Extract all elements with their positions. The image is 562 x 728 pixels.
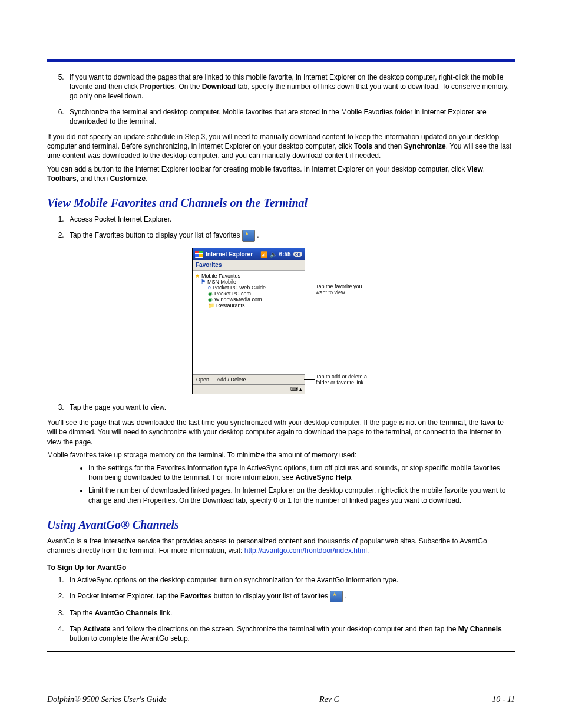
signup-step-1: In ActiveSync options on the desktop com… xyxy=(66,575,515,585)
text: Tap xyxy=(70,625,83,633)
titlebar: Internet Explorer 📶 🔈 6:55 ok xyxy=(193,248,305,260)
bold: Properties xyxy=(140,83,174,91)
text: Access Pocket Internet Explorer. xyxy=(70,215,171,223)
text: link. xyxy=(158,609,173,617)
bottom-toolbar: Open Add / Delete xyxy=(193,374,305,384)
keyboard-icon[interactable]: ⌨ xyxy=(290,386,298,392)
windows-flag-icon xyxy=(195,251,203,258)
bold: AvantGo Channels xyxy=(95,609,158,617)
sip-row: ⌨▴ xyxy=(193,384,305,394)
label: Pocket PC.com xyxy=(214,291,251,297)
tree-item[interactable]: 📁Restaurants xyxy=(195,302,303,308)
bold: ActiveSync Help xyxy=(296,473,351,482)
text: and then xyxy=(372,142,404,150)
text: Tap the page you want to view. xyxy=(70,403,166,411)
bold: Activate xyxy=(83,625,111,633)
text: . xyxy=(255,231,259,239)
ok-button[interactable]: ok xyxy=(293,252,302,257)
footer-left: Dolphin® 9500 Series User's Guide xyxy=(47,695,167,704)
avantgo-intro: AvantGo is a free interactive service th… xyxy=(47,536,515,555)
text: . On the xyxy=(175,83,202,91)
text: Limit the number of downloaded linked pa… xyxy=(88,486,505,504)
memory-bullets: In the settings for the Favorites inform… xyxy=(47,463,515,505)
signup-step-3: Tap the AvantGo Channels link. xyxy=(66,608,515,618)
bold: Toolbars xyxy=(47,174,77,183)
text: . xyxy=(146,174,147,183)
signup-heading: To Sign Up for AvantGo xyxy=(47,564,515,572)
bullet-1: In the settings for the Favorites inform… xyxy=(88,463,515,482)
bold: Synchronize xyxy=(404,142,445,150)
bold: Download xyxy=(202,83,236,91)
heading-view-mobile-favorites: View Mobile Favorites and Channels on th… xyxy=(47,196,515,210)
vmf-steps: Access Pocket Internet Explorer. Tap the… xyxy=(47,215,515,242)
paragraph-memory: Mobile favorites take up storage memory … xyxy=(47,450,515,460)
page-footer: Dolphin® 9500 Series User's Guide Rev C … xyxy=(47,695,515,704)
vmf-step-3: Tap the page you want to view. xyxy=(66,403,515,412)
pocket-ie-window: Internet Explorer 📶 🔈 6:55 ok Favorites … xyxy=(192,248,305,394)
bottom-rule xyxy=(47,651,515,652)
bullet-2: Limit the number of downloaded linked pa… xyxy=(88,486,515,505)
paragraph-toolbar: You can add a button to the Internet Exp… xyxy=(47,164,515,183)
footer-right: 10 - 11 xyxy=(492,695,515,704)
bold: Favorites xyxy=(180,592,211,600)
text: In the settings for the Favorites inform… xyxy=(88,464,500,482)
speaker-icon: 🔈 xyxy=(270,251,277,258)
msn-icon: ⚑ xyxy=(201,279,206,285)
favorites-icon xyxy=(330,591,343,602)
favorites-tree: ★Mobile Favorites ⚑MSN Mobile ePocket PC… xyxy=(193,270,305,374)
label: Restaurants xyxy=(216,302,245,308)
bold: Tools xyxy=(354,142,372,150)
step-5: If you want to download the pages that a… xyxy=(66,73,515,101)
footer-center: Rev C xyxy=(319,695,339,704)
signup-step-4: Tap Activate and follow the directions o… xyxy=(66,624,515,643)
text: Tap the Favorites button to display your… xyxy=(70,231,242,239)
vmf-step-1: Access Pocket Internet Explorer. xyxy=(66,215,515,224)
vmf-steps-cont: Tap the page you want to view. xyxy=(47,403,515,412)
open-tab[interactable]: Open xyxy=(193,375,213,384)
avantgo-link[interactable]: http://avantgo.com/frontdoor/index.html. xyxy=(244,546,369,555)
text: You can add a button to the Internet Exp… xyxy=(47,165,467,173)
tree-item[interactable]: ◉Pocket PC.com xyxy=(195,291,303,297)
text: In ActiveSync options on the desktop com… xyxy=(70,576,398,584)
ie-icon: e xyxy=(208,285,211,291)
callouts: Tap the favorite you want to view. Tap t… xyxy=(305,248,370,394)
continued-steps: If you want to download the pages that a… xyxy=(47,73,515,126)
text: , and then xyxy=(77,174,110,183)
favorites-header: Favorites xyxy=(193,260,305,270)
text: Tap the xyxy=(70,609,95,617)
heading-avantgo: Using AvantGo® Channels xyxy=(47,518,515,532)
step-6: Synchronize the terminal and desktop com… xyxy=(66,107,515,126)
bold: Customize xyxy=(110,174,146,183)
label: Mobile Favorites xyxy=(201,273,240,279)
tree-item[interactable]: ePocket PC Web Guide xyxy=(195,285,303,291)
label: MSN Mobile xyxy=(207,279,236,285)
clock: 6:55 xyxy=(279,251,291,258)
favorites-icon xyxy=(242,230,255,242)
device-screenshot: Internet Explorer 📶 🔈 6:55 ok Favorites … xyxy=(47,248,515,394)
add-delete-tab[interactable]: Add / Delete xyxy=(213,375,250,384)
vmf-step-2: Tap the Favorites button to display your… xyxy=(66,230,515,242)
signup-step-2: In Pocket Internet Explorer, tap the Fav… xyxy=(66,591,515,602)
bold: My Channels xyxy=(458,625,502,633)
text: , xyxy=(483,165,485,173)
tree-item[interactable]: ◉WindowsMedia.com xyxy=(195,297,303,302)
text: and follow the directions on the screen.… xyxy=(110,625,458,633)
arrow-up-icon[interactable]: ▴ xyxy=(299,386,302,392)
callout-add-delete: Tap to add or delete a folder or favorit… xyxy=(316,374,370,386)
paragraph-dimmed: You'll see the page that was downloaded … xyxy=(47,418,515,447)
text: . xyxy=(351,473,353,482)
top-rule xyxy=(47,59,515,62)
tree-item[interactable]: ⚑MSN Mobile xyxy=(195,279,303,285)
app-title: Internet Explorer xyxy=(206,251,253,258)
star-icon: ★ xyxy=(195,273,200,279)
label: Pocket PC Web Guide xyxy=(213,285,266,291)
folder-icon: 📁 xyxy=(208,302,214,308)
paragraph-sync: If you did not specify an update schedul… xyxy=(47,132,515,161)
signal-icon: 📶 xyxy=(260,251,267,258)
tree-root[interactable]: ★Mobile Favorites xyxy=(195,273,303,279)
signup-steps: In ActiveSync options on the desktop com… xyxy=(47,575,515,643)
text: . xyxy=(343,592,347,600)
text: button to complete the AvantGo setup. xyxy=(70,634,190,643)
text: In Pocket Internet Explorer, tap the xyxy=(70,592,180,600)
callout-view: Tap the favorite you want to view. xyxy=(316,284,370,296)
